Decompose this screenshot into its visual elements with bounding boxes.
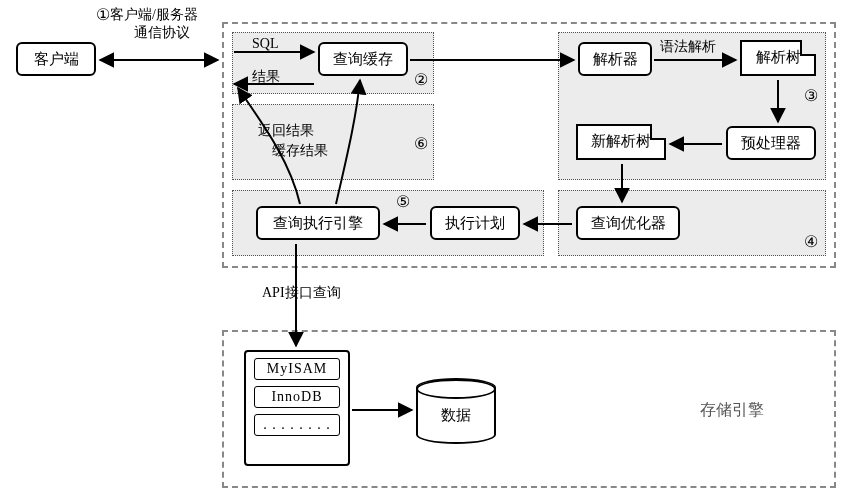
engine-more: . . . . . . . . bbox=[254, 414, 340, 436]
parser-node: 解析器 bbox=[578, 42, 652, 76]
protocol-label-2: 通信协议 bbox=[134, 24, 190, 42]
sql-label: SQL bbox=[252, 36, 278, 52]
marker-4: ④ bbox=[804, 232, 818, 251]
result-label: 结果 bbox=[252, 68, 280, 86]
data-cylinder-label: 数据 bbox=[441, 406, 471, 425]
engine-list: MyISAM InnoDB . . . . . . . . bbox=[244, 350, 350, 466]
cache-result-label: 缓存结果 bbox=[272, 142, 328, 160]
parse-tree-doc: 解析树 bbox=[740, 40, 816, 76]
syntax-parse-label: 语法解析 bbox=[660, 38, 716, 56]
marker-6: ⑥ bbox=[414, 134, 428, 153]
marker-5: ⑤ bbox=[396, 192, 410, 211]
marker-2: ② bbox=[414, 70, 428, 89]
execution-plan-node: 执行计划 bbox=[430, 206, 520, 240]
data-cylinder: 数据 bbox=[416, 378, 496, 444]
marker-1: ① bbox=[96, 5, 110, 24]
query-optimizer-node: 查询优化器 bbox=[576, 206, 680, 240]
query-cache-node: 查询缓存 bbox=[318, 42, 408, 76]
client-node: 客户端 bbox=[16, 42, 96, 76]
query-engine-node: 查询执行引擎 bbox=[256, 206, 380, 240]
marker-3: ③ bbox=[804, 86, 818, 105]
return-area bbox=[232, 104, 434, 180]
engine-innodb: InnoDB bbox=[254, 386, 340, 408]
storage-caption: 存储引擎 bbox=[700, 400, 764, 421]
api-query-label: API接口查询 bbox=[262, 284, 341, 302]
return-result-label: 返回结果 bbox=[258, 122, 314, 140]
protocol-label-1: 客户端/服务器 bbox=[110, 6, 198, 24]
preprocessor-node: 预处理器 bbox=[726, 126, 816, 160]
engine-myisam: MyISAM bbox=[254, 358, 340, 380]
new-parse-tree-doc: 新解析树 bbox=[576, 124, 666, 160]
